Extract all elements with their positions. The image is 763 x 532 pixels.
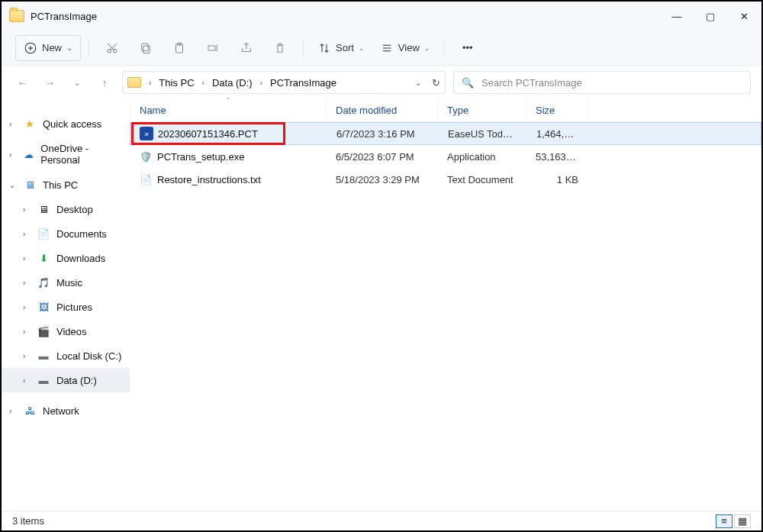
sidebar-label: This PC: [43, 179, 78, 191]
crumb-data-d[interactable]: Data (D:): [209, 77, 256, 89]
separator: [303, 39, 304, 57]
file-row[interactable]: 📄Restore_instructions.txt 5/18/2023 3:29…: [130, 168, 761, 191]
col-name[interactable]: Name˄: [130, 99, 327, 121]
file-type: Text Document: [438, 174, 526, 185]
chevron-right-icon: ›: [23, 327, 31, 336]
disk-icon: ▬: [37, 350, 50, 362]
sidebar-item-pictures[interactable]: ›🖼Pictures: [2, 295, 130, 319]
chevron-right-icon: ›: [259, 79, 264, 87]
col-label: Size: [536, 105, 555, 116]
toolbar: New ⌄ Sort ⌄ View ⌄ •••: [2, 31, 761, 66]
file-row[interactable]: »20230607151346.PCT 6/7/2023 3:16 PM Eas…: [130, 122, 761, 145]
sort-asc-icon: ˄: [227, 97, 230, 105]
sidebar-item-desktop[interactable]: ›🖥Desktop: [2, 197, 130, 221]
svg-rect-7: [143, 46, 150, 53]
svg-line-6: [108, 44, 114, 50]
chevron-right-icon: ›: [23, 303, 31, 311]
caret-down-icon: ⌄: [359, 44, 365, 52]
cloud-icon: ☁: [22, 148, 34, 160]
minimize-button[interactable]: —: [671, 11, 682, 22]
chevron-right-icon: ›: [23, 376, 31, 385]
file-name: Restore_instructions.txt: [157, 174, 261, 185]
file-date: 6/5/2023 6:07 PM: [327, 151, 438, 163]
crumb-pctransimage[interactable]: PCTransImage: [267, 77, 340, 89]
paste-button[interactable]: [164, 35, 195, 61]
search-icon: 🔍: [462, 77, 474, 89]
sidebar-item-onedrive[interactable]: ›☁OneDrive - Personal: [2, 142, 130, 166]
crumb-this-pc[interactable]: This PC: [156, 77, 197, 89]
window-controls: — ▢ ✕: [671, 11, 754, 22]
video-icon: 🎬: [37, 325, 50, 337]
new-button[interactable]: New ⌄: [15, 35, 81, 61]
sidebar-label: Network: [43, 405, 79, 417]
col-date[interactable]: Date modified: [327, 99, 438, 121]
col-size[interactable]: Size: [526, 99, 588, 121]
view-button[interactable]: View ⌄: [374, 35, 436, 61]
large-icons-view-button[interactable]: ▦: [734, 514, 751, 528]
sidebar-label: Quick access: [43, 118, 101, 130]
desktop-icon: 🖥: [37, 203, 50, 215]
status-view-toggle: ≡ ▦: [716, 514, 751, 528]
sidebar-item-music[interactable]: ›🎵Music: [2, 270, 130, 295]
sidebar-label: Data (D:): [56, 375, 97, 386]
sidebar-item-network[interactable]: ›🖧Network: [2, 398, 130, 423]
sidebar-label: Music: [56, 277, 82, 289]
forward-button[interactable]: →: [40, 77, 60, 89]
col-label: Name: [140, 105, 166, 116]
copy-button[interactable]: [130, 35, 161, 61]
delete-button[interactable]: [265, 35, 295, 61]
sidebar-label: Pictures: [56, 301, 92, 313]
chevron-right-icon: ›: [147, 79, 153, 87]
item-count: 3 items: [12, 515, 44, 527]
folder-icon: [127, 77, 141, 88]
back-button[interactable]: ←: [12, 77, 32, 89]
sidebar-item-quick-access[interactable]: ›★Quick access: [2, 111, 130, 136]
sidebar-item-videos[interactable]: ›🎬Videos: [2, 319, 130, 343]
sidebar-item-this-pc[interactable]: ⌄🖥This PC: [2, 172, 130, 197]
clipboard-icon: [172, 41, 186, 55]
search-box[interactable]: 🔍: [453, 71, 751, 94]
cut-button[interactable]: [97, 35, 127, 61]
share-button[interactable]: [231, 35, 262, 61]
sidebar-label: Videos: [56, 326, 87, 337]
details-view-button[interactable]: ≡: [716, 514, 732, 528]
col-type[interactable]: Type: [438, 99, 526, 121]
plus-circle-icon: [24, 41, 37, 55]
file-type: Application: [438, 151, 526, 163]
chevron-right-icon: ›: [9, 150, 16, 159]
picture-icon: 🖼: [37, 301, 50, 313]
file-row[interactable]: 🛡️PCTrans_setup.exe 6/5/2023 6:07 PM App…: [130, 145, 761, 168]
chevron-right-icon: ›: [23, 230, 31, 238]
rename-button[interactable]: [198, 35, 228, 61]
address-caret[interactable]: ⌄: [415, 79, 421, 87]
exe-file-icon: 🛡️: [139, 150, 153, 163]
file-date: 5/18/2023 3:29 PM: [327, 174, 438, 185]
sidebar-item-local-disk-c[interactable]: ›▬Local Disk (C:): [2, 343, 130, 368]
chevron-right-icon: ›: [23, 254, 31, 263]
sidebar-item-documents[interactable]: ›📄Documents: [2, 221, 130, 246]
sidebar-label: OneDrive - Personal: [40, 143, 122, 166]
recent-caret[interactable]: ⌄: [67, 79, 87, 87]
chevron-right-icon: ›: [23, 352, 31, 360]
caret-down-icon: ⌄: [66, 44, 72, 52]
more-button[interactable]: •••: [452, 35, 483, 61]
sidebar-label: Documents: [56, 228, 107, 240]
chevron-right-icon: ›: [9, 407, 17, 415]
window-folder-icon: [9, 10, 24, 22]
main-area: ›★Quick access ›☁OneDrive - Personal ⌄🖥T…: [2, 99, 761, 511]
up-button[interactable]: ↑: [95, 77, 114, 89]
sidebar-item-data-d[interactable]: ›▬Data (D:): [2, 368, 130, 392]
separator: [444, 39, 445, 57]
sidebar-label: Desktop: [56, 204, 93, 215]
music-icon: 🎵: [37, 276, 50, 289]
maximize-button[interactable]: ▢: [705, 11, 716, 22]
file-size: 1,464,312 KB: [527, 128, 588, 140]
sidebar-label: Local Disk (C:): [56, 350, 121, 362]
sidebar-item-downloads[interactable]: ›⬇Downloads: [2, 246, 130, 270]
search-input[interactable]: [481, 77, 742, 89]
close-button[interactable]: ✕: [739, 11, 749, 22]
sort-button[interactable]: Sort ⌄: [311, 35, 371, 61]
refresh-button[interactable]: ↻: [432, 77, 440, 89]
address-bar[interactable]: › This PC › Data (D:) › PCTransImage ⌄ ↻: [122, 71, 446, 94]
file-name: PCTrans_setup.exe: [157, 151, 244, 163]
